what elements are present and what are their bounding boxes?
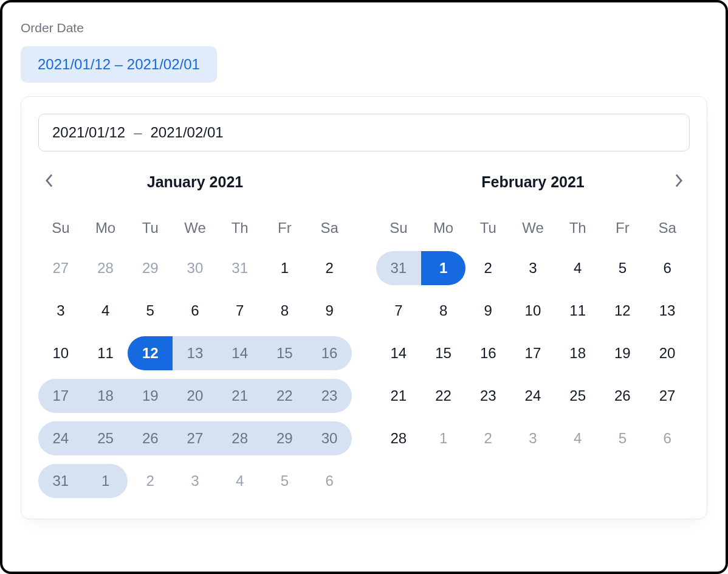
date-range-chip[interactable]: 2021/01/12 – 2021/02/01 [21, 46, 217, 83]
calendar-day[interactable]: 22 [421, 379, 466, 413]
calendar-day[interactable]: 5 [600, 421, 645, 455]
calendar-left: SuMoTuWeThFrSa 2728293031123456789101112… [38, 211, 352, 507]
calendar-week: 28123456 [376, 421, 690, 455]
next-month-button[interactable] [668, 171, 690, 193]
calendar-day[interactable]: 7 [376, 294, 421, 328]
calendar-day[interactable]: 27 [173, 421, 218, 455]
calendar-day[interactable]: 1 [421, 421, 466, 455]
calendar-day[interactable]: 8 [263, 294, 307, 328]
prev-month-button[interactable] [38, 171, 60, 193]
weekday-header: Mo [83, 220, 128, 243]
calendar-day[interactable]: 1 [421, 251, 466, 285]
calendar-day[interactable]: 8 [421, 294, 466, 328]
calendar-day[interactable]: 3 [173, 464, 218, 498]
calendar-day[interactable]: 20 [645, 336, 690, 370]
weekday-header: Sa [645, 220, 690, 243]
calendar-day[interactable]: 23 [465, 379, 510, 413]
calendar-day[interactable]: 4 [555, 251, 600, 285]
weekday-header: We [510, 220, 555, 243]
calendar-day[interactable]: 11 [555, 294, 600, 328]
calendar-day[interactable]: 27 [645, 379, 690, 413]
calendar-day[interactable]: 6 [645, 421, 690, 455]
calendar-day[interactable]: 2 [465, 251, 510, 285]
calendar-day[interactable]: 25 [83, 421, 128, 455]
calendar-day[interactable]: 9 [307, 294, 352, 328]
calendar-day[interactable]: 2 [128, 464, 173, 498]
calendar-day[interactable]: 17 [510, 336, 555, 370]
calendar-day[interactable]: 14 [376, 336, 421, 370]
calendar-day[interactable]: 10 [510, 294, 555, 328]
calendar-day[interactable]: 2 [307, 251, 352, 285]
calendar-day[interactable]: 4 [555, 421, 600, 455]
calendar-day[interactable]: 21 [376, 379, 421, 413]
weekday-row: SuMoTuWeThFrSa [38, 220, 352, 243]
weekday-header: Su [376, 220, 421, 243]
calendar-day[interactable]: 10 [38, 336, 83, 370]
calendar-day[interactable]: 18 [555, 336, 600, 370]
calendar-day[interactable]: 6 [307, 464, 352, 498]
calendar-day[interactable]: 7 [218, 294, 263, 328]
calendar-day[interactable]: 12 [600, 294, 645, 328]
calendar-day[interactable]: 1 [83, 464, 128, 498]
calendar-day[interactable]: 27 [38, 251, 83, 285]
calendar-day[interactable]: 11 [83, 336, 128, 370]
weekday-header: Su [38, 220, 83, 243]
calendar-day[interactable]: 12 [128, 336, 173, 370]
calendar-day[interactable]: 15 [263, 336, 307, 370]
calendar-day[interactable]: 9 [465, 294, 510, 328]
calendar-day[interactable]: 30 [307, 421, 352, 455]
calendar-day[interactable]: 24 [38, 421, 83, 455]
months-container: January 2021 SuMoTuWeThFrSa 272829303112… [38, 166, 690, 507]
calendar-day[interactable]: 25 [555, 379, 600, 413]
calendar-day[interactable]: 4 [218, 464, 263, 498]
weekday-header: Sa [307, 220, 352, 243]
weekday-header: Fr [263, 220, 307, 243]
calendar-day[interactable]: 16 [465, 336, 510, 370]
month-right-title: February 2021 [481, 173, 585, 191]
calendar-day[interactable]: 5 [600, 251, 645, 285]
calendar-day[interactable]: 16 [307, 336, 352, 370]
calendar-day[interactable]: 28 [83, 251, 128, 285]
calendar-day[interactable]: 29 [128, 251, 173, 285]
calendar-week: 31123456 [376, 251, 690, 285]
calendar-day[interactable]: 19 [128, 379, 173, 413]
calendar-day[interactable]: 30 [173, 251, 218, 285]
calendar-day[interactable]: 22 [263, 379, 307, 413]
calendar-day[interactable]: 1 [263, 251, 307, 285]
calendar-day[interactable]: 5 [263, 464, 307, 498]
calendar-day[interactable]: 23 [307, 379, 352, 413]
calendar-day[interactable]: 28 [376, 421, 421, 455]
weekday-header: Th [555, 220, 600, 243]
calendar-day[interactable]: 31 [38, 464, 83, 498]
calendar-day[interactable]: 6 [173, 294, 218, 328]
calendar-day[interactable]: 20 [173, 379, 218, 413]
calendar-week: 31123456 [38, 464, 352, 498]
calendar-day[interactable]: 5 [128, 294, 173, 328]
calendar-day[interactable]: 31 [376, 251, 421, 285]
calendar-day[interactable]: 28 [218, 421, 263, 455]
calendar-day[interactable]: 15 [421, 336, 466, 370]
calendar-day[interactable]: 26 [128, 421, 173, 455]
calendar-day[interactable]: 31 [218, 251, 263, 285]
calendar-day[interactable]: 13 [645, 294, 690, 328]
calendar-day[interactable]: 14 [218, 336, 263, 370]
chevron-right-icon [675, 174, 683, 190]
calendar-day[interactable]: 3 [510, 251, 555, 285]
weekday-row: SuMoTuWeThFrSa [376, 220, 690, 243]
calendar-day[interactable]: 3 [38, 294, 83, 328]
calendar-day[interactable]: 17 [38, 379, 83, 413]
calendar-week: 3456789 [38, 294, 352, 328]
calendar-day[interactable]: 2 [465, 421, 510, 455]
calendar-day[interactable]: 24 [510, 379, 555, 413]
calendar-week: 10111213141516 [38, 336, 352, 370]
calendar-day[interactable]: 3 [510, 421, 555, 455]
calendar-day[interactable]: 21 [218, 379, 263, 413]
calendar-day[interactable]: 19 [600, 336, 645, 370]
calendar-day[interactable]: 6 [645, 251, 690, 285]
date-range-input[interactable]: 2021/01/12 – 2021/02/01 [38, 114, 690, 151]
calendar-day[interactable]: 18 [83, 379, 128, 413]
calendar-day[interactable]: 4 [83, 294, 128, 328]
calendar-day[interactable]: 29 [263, 421, 307, 455]
calendar-day[interactable]: 26 [600, 379, 645, 413]
calendar-day[interactable]: 13 [173, 336, 218, 370]
